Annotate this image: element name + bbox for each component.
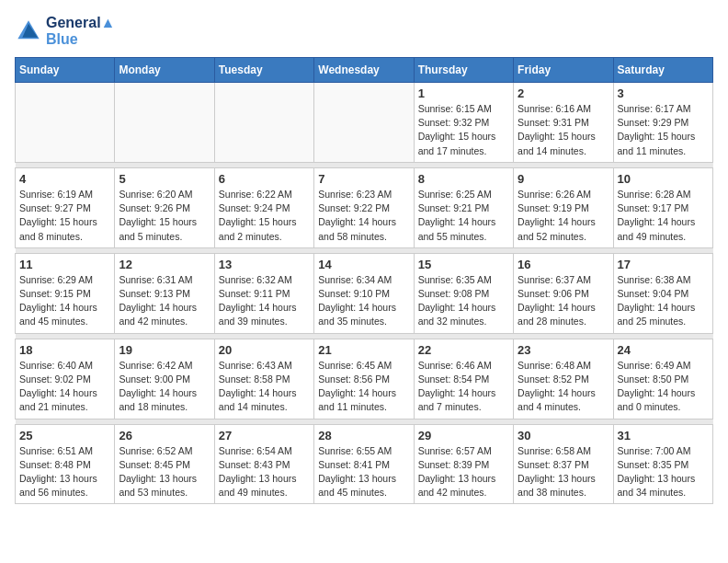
day-number: 31: [618, 429, 709, 442]
day-info: Sunrise: 6:32 AM Sunset: 9:11 PM Dayligh…: [219, 273, 310, 329]
day-number: 20: [219, 343, 310, 357]
calendar-cell: 31Sunrise: 7:00 AM Sunset: 8:35 PM Dayli…: [613, 424, 712, 504]
week-row-1: 4Sunrise: 6:19 AM Sunset: 9:27 PM Daylig…: [16, 167, 713, 247]
calendar-cell: 2Sunrise: 6:16 AM Sunset: 9:31 PM Daylig…: [514, 83, 613, 163]
day-number: 29: [418, 429, 509, 442]
logo-icon: [15, 17, 42, 45]
calendar-cell: 21Sunrise: 6:45 AM Sunset: 8:56 PM Dayli…: [314, 339, 414, 419]
day-number: 21: [318, 343, 409, 357]
calendar-cell: 20Sunrise: 6:43 AM Sunset: 8:58 PM Dayli…: [214, 339, 313, 419]
day-number: 12: [119, 258, 210, 271]
day-number: 16: [518, 258, 609, 271]
weekday-header-saturday: Saturday: [613, 58, 712, 83]
calendar-cell: 25Sunrise: 6:51 AM Sunset: 8:48 PM Dayli…: [16, 424, 115, 504]
day-number: 13: [219, 258, 310, 271]
day-info: Sunrise: 6:42 AM Sunset: 9:00 PM Dayligh…: [119, 359, 210, 415]
day-info: Sunrise: 6:19 AM Sunset: 9:27 PM Dayligh…: [19, 188, 110, 244]
day-info: Sunrise: 6:45 AM Sunset: 8:56 PM Dayligh…: [318, 359, 409, 415]
calendar-cell: [16, 83, 115, 163]
day-info: Sunrise: 7:00 AM Sunset: 8:35 PM Dayligh…: [618, 444, 709, 500]
calendar-table: SundayMondayTuesdayWednesdayThursdayFrid…: [15, 57, 713, 504]
calendar-cell: 18Sunrise: 6:40 AM Sunset: 9:02 PM Dayli…: [16, 339, 115, 419]
weekday-header-row: SundayMondayTuesdayWednesdayThursdayFrid…: [16, 58, 713, 83]
calendar-cell: 7Sunrise: 6:23 AM Sunset: 9:22 PM Daylig…: [314, 167, 414, 247]
calendar-cell: 13Sunrise: 6:32 AM Sunset: 9:11 PM Dayli…: [214, 253, 313, 333]
weekday-header-monday: Monday: [115, 58, 214, 83]
day-info: Sunrise: 6:23 AM Sunset: 9:22 PM Dayligh…: [318, 188, 409, 244]
day-info: Sunrise: 6:40 AM Sunset: 9:02 PM Dayligh…: [19, 359, 110, 415]
day-number: 9: [518, 172, 609, 186]
calendar-cell: 6Sunrise: 6:22 AM Sunset: 9:24 PM Daylig…: [214, 167, 313, 247]
weekday-header-thursday: Thursday: [414, 58, 513, 83]
calendar-cell: [314, 83, 414, 163]
day-info: Sunrise: 6:31 AM Sunset: 9:13 PM Dayligh…: [119, 273, 210, 329]
day-number: 8: [418, 172, 509, 186]
logo: General▲ Blue: [15, 15, 115, 48]
calendar-cell: [214, 83, 313, 163]
day-number: 28: [318, 429, 409, 442]
day-info: Sunrise: 6:16 AM Sunset: 9:31 PM Dayligh…: [518, 102, 609, 158]
calendar-cell: 28Sunrise: 6:55 AM Sunset: 8:41 PM Dayli…: [314, 424, 414, 504]
week-row-4: 25Sunrise: 6:51 AM Sunset: 8:48 PM Dayli…: [16, 424, 713, 504]
calendar-cell: 10Sunrise: 6:28 AM Sunset: 9:17 PM Dayli…: [613, 167, 712, 247]
day-info: Sunrise: 6:28 AM Sunset: 9:17 PM Dayligh…: [618, 188, 709, 244]
calendar-cell: 17Sunrise: 6:38 AM Sunset: 9:04 PM Dayli…: [613, 253, 712, 333]
day-number: 23: [518, 343, 609, 357]
calendar-cell: 16Sunrise: 6:37 AM Sunset: 9:06 PM Dayli…: [514, 253, 613, 333]
calendar-cell: 24Sunrise: 6:49 AM Sunset: 8:50 PM Dayli…: [613, 339, 712, 419]
day-info: Sunrise: 6:46 AM Sunset: 8:54 PM Dayligh…: [418, 359, 509, 415]
day-number: 19: [119, 343, 210, 357]
day-number: 24: [618, 343, 709, 357]
day-info: Sunrise: 6:55 AM Sunset: 8:41 PM Dayligh…: [318, 444, 409, 500]
day-info: Sunrise: 6:25 AM Sunset: 9:21 PM Dayligh…: [418, 188, 509, 244]
day-number: 3: [618, 86, 709, 100]
calendar-cell: 4Sunrise: 6:19 AM Sunset: 9:27 PM Daylig…: [16, 167, 115, 247]
calendar-cell: [115, 83, 214, 163]
day-number: 4: [19, 172, 110, 186]
weekday-header-friday: Friday: [514, 58, 613, 83]
day-number: 15: [418, 258, 509, 271]
calendar-cell: 30Sunrise: 6:58 AM Sunset: 8:37 PM Dayli…: [514, 424, 613, 504]
day-number: 2: [518, 86, 609, 100]
day-info: Sunrise: 6:57 AM Sunset: 8:39 PM Dayligh…: [418, 444, 509, 500]
calendar-cell: 11Sunrise: 6:29 AM Sunset: 9:15 PM Dayli…: [16, 253, 115, 333]
calendar-cell: 14Sunrise: 6:34 AM Sunset: 9:10 PM Dayli…: [314, 253, 414, 333]
day-number: 1: [418, 86, 509, 100]
day-info: Sunrise: 6:49 AM Sunset: 8:50 PM Dayligh…: [618, 359, 709, 415]
day-info: Sunrise: 6:35 AM Sunset: 9:08 PM Dayligh…: [418, 273, 509, 329]
day-info: Sunrise: 6:54 AM Sunset: 8:43 PM Dayligh…: [219, 444, 310, 500]
day-info: Sunrise: 6:48 AM Sunset: 8:52 PM Dayligh…: [518, 359, 609, 415]
day-info: Sunrise: 6:38 AM Sunset: 9:04 PM Dayligh…: [618, 273, 709, 329]
day-number: 7: [318, 172, 409, 186]
calendar-cell: 8Sunrise: 6:25 AM Sunset: 9:21 PM Daylig…: [414, 167, 513, 247]
calendar-cell: 29Sunrise: 6:57 AM Sunset: 8:39 PM Dayli…: [414, 424, 513, 504]
weekday-header-wednesday: Wednesday: [314, 58, 414, 83]
week-row-3: 18Sunrise: 6:40 AM Sunset: 9:02 PM Dayli…: [16, 339, 713, 419]
calendar-cell: 3Sunrise: 6:17 AM Sunset: 9:29 PM Daylig…: [613, 83, 712, 163]
calendar-cell: 27Sunrise: 6:54 AM Sunset: 8:43 PM Dayli…: [214, 424, 313, 504]
day-number: 27: [219, 429, 310, 442]
day-number: 10: [618, 172, 709, 186]
calendar-cell: 26Sunrise: 6:52 AM Sunset: 8:45 PM Dayli…: [115, 424, 214, 504]
page-header: General▲ Blue: [15, 15, 713, 48]
logo-text: General▲ Blue: [46, 15, 115, 48]
calendar-cell: 15Sunrise: 6:35 AM Sunset: 9:08 PM Dayli…: [414, 253, 513, 333]
day-info: Sunrise: 6:22 AM Sunset: 9:24 PM Dayligh…: [219, 188, 310, 244]
day-number: 18: [19, 343, 110, 357]
weekday-header-sunday: Sunday: [16, 58, 115, 83]
day-info: Sunrise: 6:17 AM Sunset: 9:29 PM Dayligh…: [618, 102, 709, 158]
day-info: Sunrise: 6:29 AM Sunset: 9:15 PM Dayligh…: [19, 273, 110, 329]
calendar-cell: 23Sunrise: 6:48 AM Sunset: 8:52 PM Dayli…: [514, 339, 613, 419]
day-number: 22: [418, 343, 509, 357]
day-number: 6: [219, 172, 310, 186]
day-info: Sunrise: 6:52 AM Sunset: 8:45 PM Dayligh…: [119, 444, 210, 500]
day-info: Sunrise: 6:20 AM Sunset: 9:26 PM Dayligh…: [119, 188, 210, 244]
week-row-0: 1Sunrise: 6:15 AM Sunset: 9:32 PM Daylig…: [16, 83, 713, 163]
calendar-cell: 19Sunrise: 6:42 AM Sunset: 9:00 PM Dayli…: [115, 339, 214, 419]
day-number: 11: [19, 258, 110, 271]
day-info: Sunrise: 6:26 AM Sunset: 9:19 PM Dayligh…: [518, 188, 609, 244]
calendar-cell: 12Sunrise: 6:31 AM Sunset: 9:13 PM Dayli…: [115, 253, 214, 333]
calendar-cell: 22Sunrise: 6:46 AM Sunset: 8:54 PM Dayli…: [414, 339, 513, 419]
day-number: 30: [518, 429, 609, 442]
day-info: Sunrise: 6:15 AM Sunset: 9:32 PM Dayligh…: [418, 102, 509, 158]
